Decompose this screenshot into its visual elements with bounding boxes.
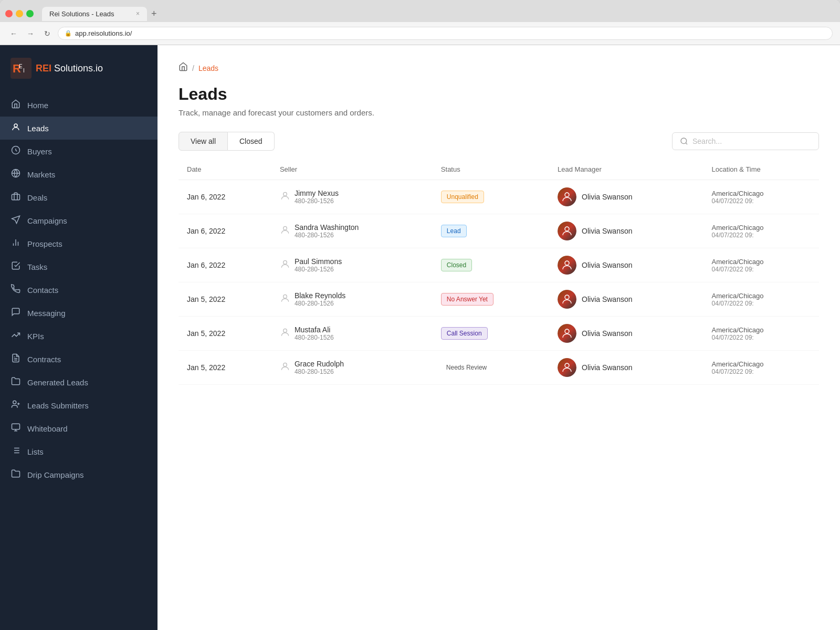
filter-tabs: View all Closed bbox=[178, 132, 275, 151]
table-row[interactable]: Jan 6, 2022 Paul Simmons 480-280-1526 Cl… bbox=[178, 248, 819, 282]
fullscreen-button[interactable] bbox=[26, 10, 34, 17]
cell-lead-manager: Olivia Swanson bbox=[549, 317, 704, 351]
avatar bbox=[558, 324, 576, 343]
table-row[interactable]: Jan 5, 2022 Blake Reynolds 480-280-1526 … bbox=[178, 282, 819, 317]
svg-point-27 bbox=[681, 138, 687, 144]
svg-point-33 bbox=[284, 260, 287, 264]
deals-icon bbox=[10, 192, 21, 203]
sidebar-label-kpis: KPIs bbox=[27, 332, 44, 341]
close-button[interactable] bbox=[5, 10, 13, 17]
col-date: Date bbox=[178, 159, 271, 180]
sidebar-item-prospects[interactable]: Prospects bbox=[0, 232, 158, 255]
cell-seller: Mustafa Ali 480-280-1526 bbox=[271, 317, 433, 351]
back-button[interactable]: ← bbox=[7, 29, 20, 38]
col-status: Status bbox=[433, 159, 549, 180]
sidebar-label-prospects: Prospects bbox=[27, 239, 62, 248]
forward-button[interactable]: → bbox=[24, 29, 37, 38]
svg-rect-18 bbox=[12, 424, 20, 429]
seller-person-icon bbox=[280, 191, 290, 204]
cell-date: Jan 6, 2022 bbox=[178, 214, 271, 248]
breadcrumb-home-icon[interactable] bbox=[178, 62, 188, 74]
leads-icon bbox=[10, 122, 21, 134]
contacts-icon bbox=[10, 284, 21, 296]
sidebar-item-home[interactable]: Home bbox=[0, 93, 158, 117]
sidebar-item-leads[interactable]: Leads bbox=[0, 117, 158, 140]
sidebar-item-lists[interactable]: Lists bbox=[0, 440, 158, 463]
tab-title: Rei Solutions - Leads bbox=[49, 10, 114, 18]
traffic-lights bbox=[5, 10, 34, 17]
sidebar-label-lists: Lists bbox=[27, 447, 44, 456]
minimize-button[interactable] bbox=[16, 10, 23, 17]
search-box[interactable]: Search... bbox=[672, 132, 819, 150]
seller-person-icon bbox=[280, 327, 290, 340]
cell-location: America/Chicago 04/07/2022 09: bbox=[704, 180, 819, 214]
seller-person-icon bbox=[280, 361, 290, 374]
cell-lead-manager: Olivia Swanson bbox=[549, 214, 704, 248]
cell-date: Jan 5, 2022 bbox=[178, 351, 271, 385]
filter-tab-closed[interactable]: Closed bbox=[228, 132, 275, 151]
sidebar-label-markets: Markets bbox=[27, 170, 55, 179]
cell-location: America/Chicago 04/07/2022 09: bbox=[704, 248, 819, 282]
sidebar-label-deals: Deals bbox=[27, 193, 47, 202]
tab-close-button[interactable]: × bbox=[136, 10, 140, 17]
sidebar-item-whiteboard[interactable]: Whiteboard bbox=[0, 417, 158, 440]
cell-status: Unqualified bbox=[433, 180, 549, 214]
avatar bbox=[558, 290, 576, 309]
whiteboard-icon bbox=[10, 423, 21, 434]
sidebar-item-tasks[interactable]: Tasks bbox=[0, 255, 158, 278]
leads-submitters-icon bbox=[10, 400, 21, 411]
seller-person-icon bbox=[280, 225, 290, 238]
cell-status: Closed bbox=[433, 248, 549, 282]
new-tab-button[interactable]: + bbox=[151, 8, 157, 19]
svg-rect-8 bbox=[12, 194, 20, 200]
col-lead-manager: Lead Manager bbox=[549, 159, 704, 180]
sidebar-logo: R E I REI Solutions.io bbox=[0, 45, 158, 89]
sidebar: R E I REI Solutions.io Home bbox=[0, 45, 158, 630]
cell-lead-manager: Olivia Swanson bbox=[549, 351, 704, 385]
avatar bbox=[558, 222, 576, 240]
table-row[interactable]: Jan 5, 2022 Grace Rudolph 480-280-1526 N… bbox=[178, 351, 819, 385]
sidebar-item-messaging[interactable]: Messaging bbox=[0, 301, 158, 324]
sidebar-item-buyers[interactable]: Buyers bbox=[0, 140, 158, 163]
sidebar-item-leads-submitters[interactable]: Leads Submitters bbox=[0, 394, 158, 417]
contracts-icon bbox=[10, 353, 21, 365]
app-layout: R E I REI Solutions.io Home bbox=[0, 45, 840, 630]
url-bar[interactable]: 🔒 app.reisolutions.io/ bbox=[58, 27, 833, 40]
table-row[interactable]: Jan 6, 2022 Jimmy Nexus 480-280-1526 Unq… bbox=[178, 180, 819, 214]
main-content: / Leads Leads Track, manage and forecast… bbox=[158, 45, 840, 630]
drip-campaigns-icon bbox=[10, 469, 21, 480]
svg-point-36 bbox=[565, 295, 569, 299]
sidebar-item-contracts[interactable]: Contracts bbox=[0, 348, 158, 371]
svg-point-15 bbox=[13, 401, 16, 404]
sidebar-item-campaigns[interactable]: Campaigns bbox=[0, 209, 158, 232]
avatar bbox=[558, 358, 576, 377]
svg-point-40 bbox=[565, 363, 569, 368]
sidebar-item-kpis[interactable]: KPIs bbox=[0, 324, 158, 348]
table-row[interactable]: Jan 5, 2022 Mustafa Ali 480-280-1526 Cal… bbox=[178, 317, 819, 351]
table-row[interactable]: Jan 6, 2022 Sandra Washington 480-280-15… bbox=[178, 214, 819, 248]
search-icon bbox=[680, 137, 688, 145]
browser-window: Rei Solutions - Leads × + ← → ↻ 🔒 app.re… bbox=[0, 0, 840, 630]
svg-point-31 bbox=[284, 226, 287, 230]
lock-icon: 🔒 bbox=[65, 30, 72, 37]
svg-point-30 bbox=[565, 193, 569, 197]
svg-point-34 bbox=[565, 261, 569, 265]
filter-tab-view-all[interactable]: View all bbox=[178, 132, 228, 151]
avatar bbox=[558, 187, 576, 206]
sidebar-item-deals[interactable]: Deals bbox=[0, 186, 158, 209]
sidebar-item-contacts[interactable]: Contacts bbox=[0, 278, 158, 301]
svg-text:E: E bbox=[19, 64, 23, 69]
sidebar-item-generated-leads[interactable]: Generated Leads bbox=[0, 371, 158, 394]
search-placeholder: Search... bbox=[692, 137, 722, 145]
breadcrumb-separator: / bbox=[192, 64, 194, 72]
sidebar-label-tasks: Tasks bbox=[27, 262, 47, 271]
reload-button[interactable]: ↻ bbox=[41, 29, 54, 38]
sidebar-label-generated-leads: Generated Leads bbox=[27, 378, 88, 387]
tab-bar: Rei Solutions - Leads × + bbox=[0, 0, 840, 22]
browser-tab[interactable]: Rei Solutions - Leads × bbox=[42, 7, 147, 21]
seller-person-icon bbox=[280, 259, 290, 272]
tasks-icon bbox=[10, 261, 21, 272]
cell-status: Lead bbox=[433, 214, 549, 248]
sidebar-item-markets[interactable]: Markets bbox=[0, 163, 158, 186]
sidebar-item-drip-campaigns[interactable]: Drip Campaigns bbox=[0, 463, 158, 486]
